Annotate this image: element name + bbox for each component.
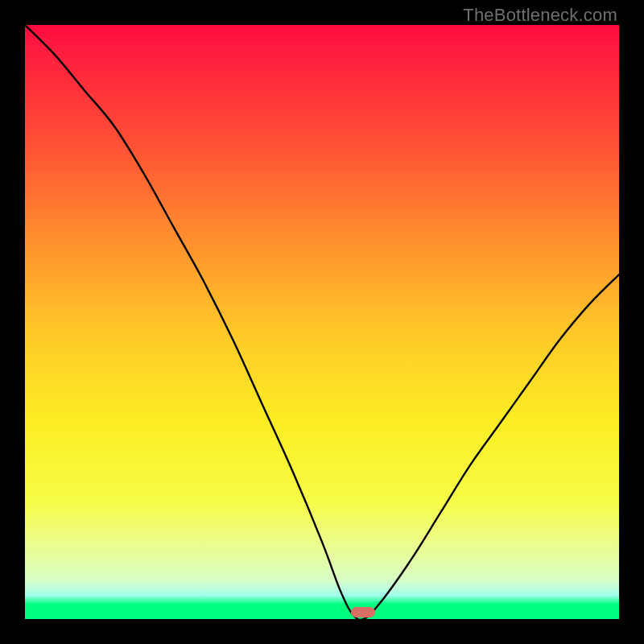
- bottleneck-curve: [25, 25, 619, 619]
- plot-area: [25, 25, 619, 619]
- watermark-text: TheBottleneck.com: [463, 5, 617, 26]
- chart-stage: TheBottleneck.com: [0, 0, 644, 644]
- optimal-marker: [351, 607, 375, 617]
